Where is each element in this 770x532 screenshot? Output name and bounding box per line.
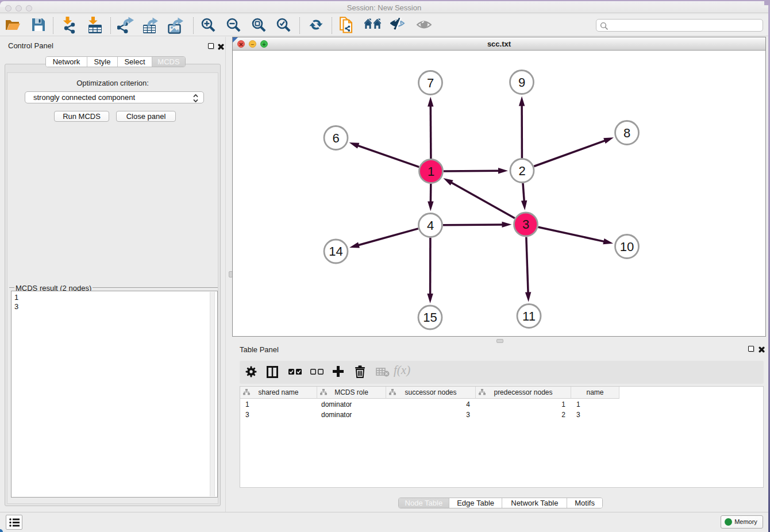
svg-text:7: 7 [427, 76, 434, 90]
svg-text:14: 14 [329, 244, 342, 259]
svg-text:11: 11 [522, 309, 536, 323]
svg-text:4: 4 [427, 218, 434, 233]
svg-text:15: 15 [423, 310, 437, 325]
svg-text:6: 6 [332, 131, 339, 145]
svg-text:10: 10 [620, 240, 634, 254]
svg-text:8: 8 [623, 126, 630, 140]
svg-text:9: 9 [518, 75, 525, 90]
svg-text:2: 2 [518, 164, 525, 178]
svg-text:1: 1 [428, 164, 434, 179]
svg-text:3: 3 [522, 217, 529, 232]
